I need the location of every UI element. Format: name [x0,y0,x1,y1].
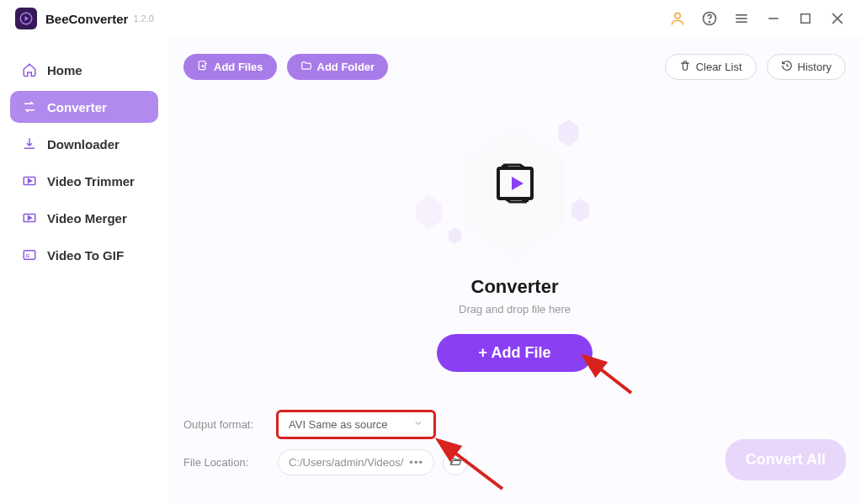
minimize-icon[interactable] [765,10,782,27]
sidebar-item-label: Video Trimmer [47,174,135,188]
svg-marker-20 [512,177,524,190]
hero-title: Converter [471,276,559,298]
folder-icon [300,60,312,74]
gif-icon: G [22,247,37,263]
add-files-label: Add Files [214,61,263,73]
sidebar-item-label: Home [47,63,82,77]
browse-folder-button[interactable] [443,450,468,475]
menu-icon[interactable] [733,10,750,27]
drop-zone[interactable]: Converter Drag and drop file here + Add … [183,88,846,401]
sidebar-item-label: Video Merger [47,211,127,225]
sidebar-item-converter[interactable]: Converter [10,91,158,123]
svg-text:G: G [26,253,30,258]
svg-rect-18 [199,61,205,70]
converter-icon [22,99,37,114]
file-location-value: C:/Users/admin/Videos/ [289,456,403,469]
add-files-icon [197,60,209,74]
titlebar-controls [669,10,846,27]
sidebar-item-label: Video To GIF [47,248,124,263]
home-icon [22,62,37,77]
toolbar: Add Files Add Folder Clear List History [183,54,846,80]
svg-marker-1 [25,16,29,21]
clear-list-label: Clear List [696,61,742,73]
file-location-field[interactable]: C:/Users/admin/Videos/ ••• [278,449,434,475]
add-file-label: + Add File [479,344,551,362]
history-button[interactable]: History [767,54,846,80]
sidebar-item-video-to-gif[interactable]: G Video To GIF [10,239,158,271]
history-icon [781,60,793,74]
sidebar-item-label: Converter [47,100,107,114]
close-icon[interactable] [829,10,846,27]
file-location-label: File Location: [183,456,269,469]
output-format-label: Output format: [183,418,269,431]
svg-point-2 [675,13,681,19]
svg-point-4 [710,22,710,23]
clear-list-button[interactable]: Clear List [665,54,757,80]
user-icon[interactable] [669,10,686,27]
sidebar-item-home[interactable]: Home [10,54,158,86]
app-version: 1.2.0 [133,13,153,24]
app-name: BeeConverter [45,12,128,26]
more-dots-icon: ••• [409,456,423,469]
output-format-value: AVI Same as source [289,418,388,431]
convert-hero-icon [492,160,539,207]
download-icon [22,136,37,151]
svg-marker-15 [29,216,32,220]
add-folder-label: Add Folder [317,61,375,73]
help-icon[interactable] [701,10,718,27]
hero-graphic [406,118,624,269]
convert-all-label: Convert All [746,451,826,468]
add-file-button[interactable]: + Add File [437,334,593,372]
output-format-select[interactable]: AVI Same as source [278,411,434,438]
hero-subtitle: Drag and drop file here [459,303,571,316]
add-files-button[interactable]: Add Files [183,54,277,80]
sidebar-item-merger[interactable]: Video Merger [10,202,158,234]
maximize-icon[interactable] [797,10,814,27]
sidebar-item-downloader[interactable]: Downloader [10,128,158,160]
trimmer-icon [22,173,37,188]
sidebar: Home Converter Downloader Video Trimmer … [0,37,168,504]
main-panel: Add Files Add Folder Clear List History [168,37,861,504]
convert-all-button[interactable]: Convert All [725,439,846,480]
sidebar-item-trimmer[interactable]: Video Trimmer [10,165,158,197]
merger-icon [22,210,37,225]
app-logo [15,8,37,29]
chevron-down-icon [413,418,423,431]
history-label: History [798,61,832,73]
sidebar-item-label: Downloader [47,137,120,151]
titlebar: BeeConverter 1.2.0 [0,0,861,37]
folder-open-icon [449,455,462,470]
add-folder-button[interactable]: Add Folder [287,54,389,80]
trash-icon [679,60,691,74]
svg-marker-13 [29,179,32,183]
svg-rect-9 [801,14,811,24]
